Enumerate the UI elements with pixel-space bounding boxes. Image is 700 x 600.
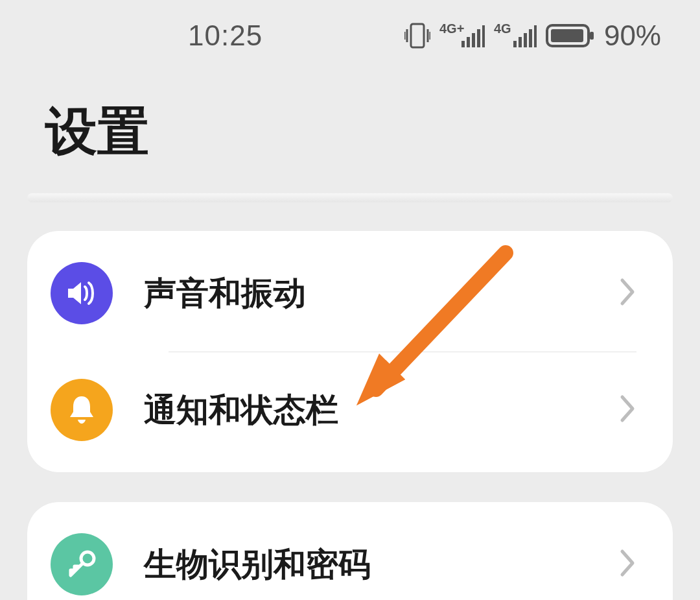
svg-rect-5 (477, 29, 480, 47)
signal-2-icon: 4G (494, 21, 537, 50)
svg-text:4G: 4G (494, 21, 511, 36)
chevron-right-icon (620, 278, 636, 309)
page-title: 设置 (45, 97, 655, 167)
chevron-right-icon (620, 394, 636, 426)
row-label: 生物识别和密码 (144, 543, 620, 586)
settings-group-2: 生物识别和密码 (27, 502, 673, 600)
row-label: 声音和振动 (144, 272, 620, 315)
svg-rect-8 (513, 41, 517, 47)
svg-rect-11 (529, 29, 532, 47)
svg-rect-4 (472, 33, 475, 47)
section-divider (27, 193, 673, 202)
svg-text:4G+: 4G+ (439, 21, 464, 36)
settings-group-1: 声音和振动 通知和状态栏 (27, 231, 673, 472)
svg-rect-0 (411, 24, 424, 47)
bell-icon (51, 379, 113, 441)
volume-icon (51, 262, 113, 324)
row-label: 通知和状态栏 (144, 389, 620, 432)
status-time: 10:25 (188, 19, 262, 52)
key-icon (51, 533, 113, 595)
svg-rect-2 (461, 41, 465, 47)
battery-icon (546, 23, 595, 49)
svg-rect-10 (524, 33, 527, 47)
svg-rect-6 (482, 25, 485, 47)
vibrate-icon (404, 21, 430, 50)
status-bar: 10:25 4G+ 4G 90% (0, 0, 700, 71)
page-header: 设置 (0, 71, 700, 193)
row-notifications-and-statusbar[interactable]: 通知和状态栏 (27, 352, 673, 468)
row-sound-and-vibration[interactable]: 声音和振动 (27, 235, 673, 352)
chevron-right-icon (620, 549, 636, 580)
signal-1-icon: 4G+ (439, 21, 485, 50)
svg-rect-15 (590, 32, 594, 40)
svg-rect-3 (467, 37, 470, 47)
battery-percent: 90% (604, 19, 661, 52)
row-biometrics-and-password[interactable]: 生物识别和密码 (27, 506, 673, 600)
svg-rect-12 (534, 25, 537, 47)
svg-rect-14 (551, 29, 583, 42)
svg-rect-9 (519, 37, 522, 47)
status-right: 4G+ 4G 90% (404, 19, 661, 52)
